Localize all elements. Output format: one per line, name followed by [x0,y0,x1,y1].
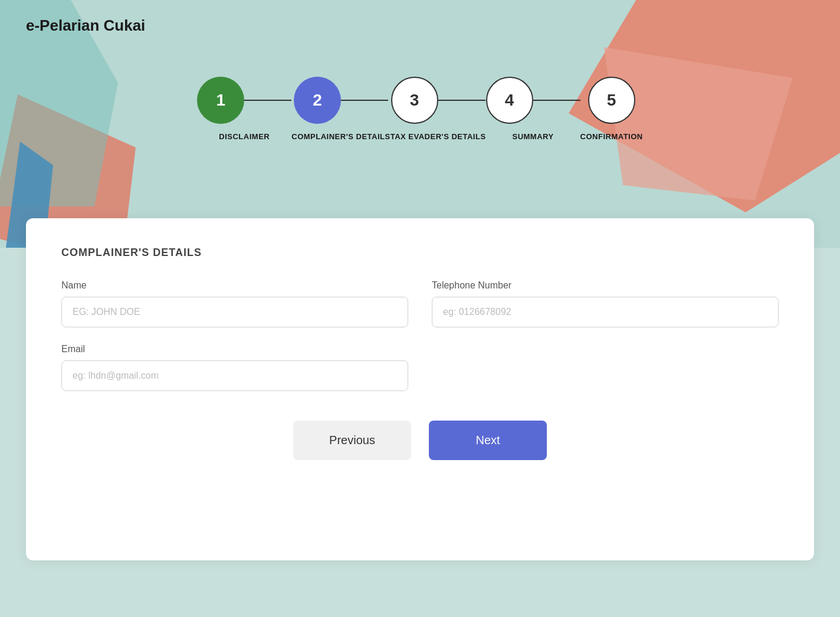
email-label: Email [61,344,408,355]
name-telephone-row: Name Telephone Number [61,280,779,327]
connector-2-3 [341,100,388,101]
connector-3-4 [438,100,485,101]
step-5: 5 CONFIRMATION [580,77,643,141]
connector-4-5 [533,100,580,101]
app-title: e-Pelarian Cukai [26,17,145,35]
step-label-4: SUMMARY [512,132,553,141]
step-label-2: COMPLAINER'S DETAILS [291,132,390,141]
hero-area: e-Pelarian Cukai 1 DISCLAIMER 2 COMPLAIN… [0,0,840,248]
step-circle-5: 5 [588,77,635,124]
step-circle-2: 2 [294,77,341,124]
next-button[interactable]: Next [429,421,547,460]
telephone-label: Telephone Number [432,280,779,291]
stepper: 1 DISCLAIMER 2 COMPLAINER'S DETAILS 3 [0,77,840,141]
telephone-input[interactable] [432,297,779,327]
name-group: Name [61,280,408,327]
email-row: Email [61,344,779,391]
step-circle-3: 3 [391,77,438,124]
button-row: Previous Next [61,421,779,460]
step-label-3: TAX EVADER'S DETAILS [391,132,486,141]
step-4: 4 SUMMARY [486,77,580,141]
step-2: 2 COMPLAINER'S DETAILS [291,77,390,141]
email-row-spacer [432,344,779,391]
email-group: Email [61,344,408,391]
step-label-5: CONFIRMATION [580,132,643,141]
step-circle-1: 1 [197,77,244,124]
connector-1-2 [244,100,291,101]
section-title: COMPLAINER'S DETAILS [61,247,779,259]
step-label-1: DISCLAIMER [219,132,270,141]
name-label: Name [61,280,408,291]
step-1: 1 DISCLAIMER [197,77,291,141]
email-input[interactable] [61,360,408,391]
form-card: COMPLAINER'S DETAILS Name Telephone Numb… [26,218,814,560]
step-circle-4: 4 [486,77,533,124]
step-3: 3 TAX EVADER'S DETAILS [391,77,486,141]
previous-button[interactable]: Previous [293,421,411,460]
telephone-group: Telephone Number [432,280,779,327]
name-input[interactable] [61,297,408,327]
